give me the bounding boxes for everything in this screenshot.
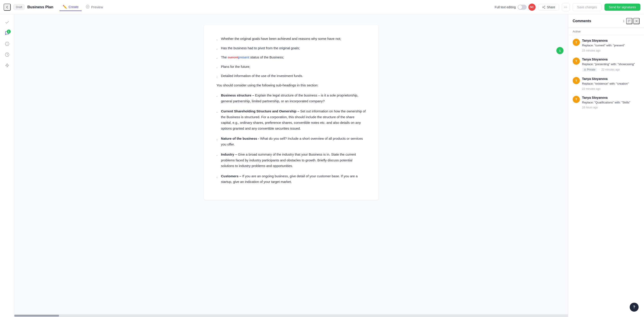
comment-body-3: Tanya Stoyanova Replace: "existence" wit… — [582, 77, 640, 90]
comment-avatar-3: T — [573, 77, 580, 84]
bullet-text-4: Plans for the future; — [221, 64, 250, 70]
section-nature-text: Nature of the business - What do you sel… — [221, 136, 366, 147]
comment-body-2: Tanya Stoyanova Replace: "presenting" wi… — [582, 58, 640, 72]
comment-time-4: 16 hours ago — [582, 106, 598, 109]
tab-create[interactable]: ✏️ Create — [60, 3, 82, 11]
svg-line-5 — [543, 7, 544, 8]
private-badge-2: Private — [582, 68, 597, 72]
full-text-editing-toggle[interactable] — [518, 5, 526, 10]
comment-avatar-1: T — [573, 39, 580, 46]
comment-meta-2: Private · 22 minutes ago — [582, 68, 640, 72]
more-icon: ··· — [564, 5, 567, 10]
bullet-1: · Whether the original goals have been a… — [216, 36, 366, 43]
document-area[interactable]: · Whether the original goals have been a… — [14, 14, 568, 317]
comment-author-2: Tanya Stoyanova — [582, 58, 640, 61]
bullet-dot: · — [216, 152, 217, 158]
svg-point-2 — [544, 6, 545, 7]
save-changes-button[interactable]: Save changes — [572, 3, 602, 11]
main-layout: 1 · Whether the original goals have been… — [0, 0, 644, 317]
bullet-dot: · — [216, 93, 217, 99]
comment-text-4: Replace: "Qualifications" with: "Skills" — [582, 100, 640, 105]
comment-bubble-overlay[interactable]: 1 — [556, 47, 564, 54]
comment-meta-3: 22 minutes ago — [582, 87, 640, 90]
section-business-structure-text: Business structure – Explain the legal s… — [221, 93, 366, 104]
comment-text-2: Replace: "presenting" with: "showcasing" — [582, 62, 640, 67]
comment-body-4: Tanya Stoyanova Replace: "Qualifications… — [582, 96, 640, 109]
bullet-text-2: Has the business had to pivot from the o… — [221, 45, 300, 51]
svg-line-6 — [543, 6, 544, 7]
section-nature: · Nature of the business - What do you s… — [216, 136, 366, 147]
bullet-text-1: Whether the original goals have been ach… — [221, 36, 341, 42]
comments-panel: Comments ℹ ✕ Active T Tanya Stoyanova Re… — [568, 14, 644, 317]
section-shareholding: · Current Shareholding Structure and Own… — [216, 108, 366, 131]
comment-item-2: T Tanya Stoyanova Replace: "presenting" … — [573, 58, 640, 72]
comment-avatar-4: T — [573, 96, 580, 103]
panel-info-icon[interactable]: ℹ — [623, 19, 624, 23]
panel-header: Comments ℹ ✕ — [568, 14, 644, 28]
sidebar-icon-info[interactable] — [3, 39, 12, 48]
comment-meta-1: 15 minutes ago — [582, 49, 640, 52]
bullet-dot: · — [216, 74, 217, 80]
comment-meta-4: 16 hours ago — [582, 106, 640, 109]
toggle-knob — [518, 5, 522, 9]
panel-filter: Active — [568, 28, 644, 35]
bullet-dot: · — [216, 174, 217, 180]
comment-avatar-2: T — [573, 58, 580, 65]
comment-time-2: 22 minutes ago — [602, 68, 620, 71]
comment-author-4: Tanya Stoyanova — [582, 96, 640, 99]
tab-preview-label: Preview — [91, 5, 103, 9]
bullet-dot: · — [216, 46, 217, 52]
bullet-text-3: The currentpresent status of the Busines… — [221, 54, 284, 60]
comment-dot-2: · — [599, 68, 600, 71]
bullet-dot: · — [216, 137, 217, 142]
horizontal-scrollbar[interactable] — [14, 314, 568, 317]
sidebar-icon-comment[interactable]: 1 — [3, 29, 12, 38]
comment-text-1: Replace: "current" with: "present" — [582, 43, 640, 48]
insert-present: present — [238, 55, 249, 59]
tab-preview[interactable]: Preview — [82, 3, 106, 11]
intro-paragraph: You should consider using the following … — [216, 82, 366, 88]
sidebar-icon-lightning[interactable] — [3, 61, 12, 70]
back-button[interactable] — [4, 4, 11, 11]
private-label-2: Private — [587, 68, 595, 71]
comment-item-4: T Tanya Stoyanova Replace: "Qualificatio… — [573, 96, 640, 109]
bullet-2: · Has the business had to pivot from the… — [216, 45, 366, 52]
tab-create-label: Create — [68, 5, 78, 9]
sidebar-icon-check[interactable] — [3, 18, 12, 27]
document-title: Business Plan — [27, 5, 53, 10]
comment-author-1: Tanya Stoyanova — [582, 39, 640, 42]
more-button[interactable]: ··· — [562, 3, 570, 11]
bullet-dot: · — [216, 65, 217, 71]
help-button[interactable]: ? — [630, 303, 639, 312]
comments-list: T Tanya Stoyanova Replace: "current" wit… — [568, 35, 644, 317]
svg-rect-15 — [584, 70, 586, 71]
sidebar-icon-history[interactable] — [3, 50, 12, 59]
share-button[interactable]: Share — [538, 4, 559, 11]
section-customers: · Customers – If you are an ongoing busi… — [216, 173, 366, 185]
comment-body-1: Tanya Stoyanova Replace: "current" with:… — [582, 39, 640, 52]
bullet-dot: · — [216, 55, 217, 61]
section-business-structure: · Business structure – Explain the legal… — [216, 93, 366, 104]
bullet-text-5: Detailed information of the use of the i… — [221, 73, 303, 79]
comment-author-3: Tanya Stoyanova — [582, 77, 640, 81]
panel-close-button[interactable]: ✕ — [633, 18, 640, 24]
scrollbar-thumb — [14, 315, 59, 316]
panel-sort-button[interactable] — [626, 18, 632, 24]
strikethrough-current: current — [228, 55, 238, 59]
svg-marker-11 — [5, 64, 9, 67]
svg-point-0 — [86, 5, 90, 8]
comment-text-3: Replace: "existence" with: "creation" — [582, 82, 640, 86]
section-shareholding-text: Current Shareholding Structure and Owner… — [221, 108, 366, 131]
full-text-editing-control: Full text editing NC — [495, 4, 535, 11]
full-text-editing-label: Full text editing — [495, 5, 516, 9]
header-tabs: ✏️ Create Preview — [60, 3, 106, 11]
send-for-signatures-button[interactable]: Send for signatures — [604, 4, 640, 11]
left-sidebar: 1 — [0, 14, 14, 317]
document-content: · Whether the original goals have been a… — [204, 25, 378, 200]
app-header: Draft Business Plan ✏️ Create Preview Fu… — [0, 0, 644, 14]
comment-time-3: 22 minutes ago — [582, 87, 600, 90]
comment-item-3: T Tanya Stoyanova Replace: "existence" w… — [573, 77, 640, 90]
svg-point-3 — [542, 7, 543, 8]
draft-badge[interactable]: Draft — [14, 4, 24, 10]
panel-title: Comments — [573, 19, 622, 23]
